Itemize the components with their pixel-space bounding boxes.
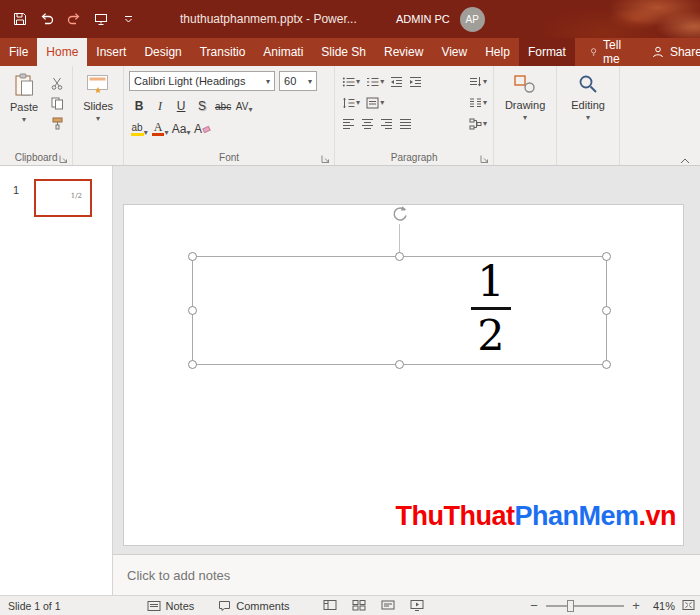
line-spacing-button[interactable]: ▾: [341, 96, 361, 110]
font-name-combo[interactable]: Calibri Light (Headings ▾: [129, 71, 275, 91]
decrease-indent-button[interactable]: [389, 75, 404, 89]
share-button[interactable]: Share: [637, 38, 700, 66]
tab-home[interactable]: Home: [37, 38, 87, 66]
start-from-beginning-button[interactable]: [93, 11, 109, 27]
zoom-slider-thumb[interactable]: [567, 600, 574, 612]
title-bar: thuthuatphanmem.pptx - Power... ADMIN PC…: [0, 0, 700, 38]
align-left-button[interactable]: [341, 117, 356, 131]
numbered-list-icon: [366, 76, 379, 88]
customize-quick-access-button[interactable]: [120, 11, 136, 27]
eraser-icon: [202, 126, 210, 133]
notes-toggle-label: Notes: [166, 600, 195, 612]
powerpoint-window: thuthuatphanmem.pptx - Power... ADMIN PC…: [0, 0, 700, 615]
cut-button[interactable]: [48, 76, 66, 90]
tab-design[interactable]: Design: [135, 38, 190, 66]
user-name: ADMIN PC: [396, 13, 450, 25]
tab-slideshow[interactable]: Slide Sh: [312, 38, 375, 66]
rotation-handle[interactable]: [390, 204, 410, 224]
editing-button[interactable]: Editing ▾: [560, 69, 616, 147]
bold-button[interactable]: B: [129, 96, 149, 114]
repeat-button[interactable]: [66, 11, 82, 27]
text-shadow-button[interactable]: S: [192, 96, 212, 114]
resize-handle-se[interactable]: [602, 360, 611, 369]
resize-handle-w[interactable]: [188, 306, 197, 315]
collapse-ribbon-button[interactable]: [679, 151, 693, 161]
format-painter-button[interactable]: [48, 116, 66, 130]
chevron-down-icon: ▾: [186, 129, 190, 136]
tab-format[interactable]: Format: [519, 38, 575, 66]
tab-animations[interactable]: Animati: [254, 38, 312, 66]
justify-button[interactable]: [398, 117, 413, 131]
group-slides: Slides ▾: [73, 66, 124, 165]
bullets-button[interactable]: ▾: [341, 75, 361, 89]
paste-button[interactable]: Paste ▾: [3, 69, 45, 147]
character-spacing-button[interactable]: AV ▾: [234, 96, 254, 114]
align-right-button[interactable]: [379, 117, 394, 131]
drawing-label: Drawing: [505, 99, 545, 111]
normal-view-button[interactable]: [323, 599, 337, 613]
font-color-button[interactable]: A ▾: [150, 119, 170, 137]
tab-insert[interactable]: Insert: [87, 38, 135, 66]
text-direction-button[interactable]: ▾: [468, 75, 488, 89]
undo-button[interactable]: [39, 11, 55, 27]
tab-file[interactable]: File: [0, 38, 37, 66]
change-case-button[interactable]: Aa ▾: [171, 119, 191, 137]
tab-help[interactable]: Help: [476, 38, 519, 66]
avatar[interactable]: AP: [460, 7, 485, 32]
font-dialog-launcher[interactable]: [320, 151, 331, 162]
slideshow-view-button[interactable]: [410, 599, 424, 613]
titlebar-decoration: [485, 0, 700, 38]
resize-handle-ne[interactable]: [602, 252, 611, 261]
chevron-down-icon: ▾: [305, 77, 312, 86]
reading-view-button[interactable]: [381, 599, 395, 613]
notes-toggle-button[interactable]: Notes: [147, 600, 195, 612]
strikethrough-button[interactable]: abc: [213, 96, 233, 114]
zoom-slider[interactable]: [546, 605, 624, 607]
zoom-percent[interactable]: 41%: [648, 600, 675, 612]
columns-button[interactable]: ▾: [468, 96, 488, 110]
zoom-out-button[interactable]: −: [529, 601, 539, 611]
resize-handle-e[interactable]: [602, 306, 611, 315]
resize-handle-nw[interactable]: [188, 252, 197, 261]
convert-to-smartart-button[interactable]: ▾: [468, 117, 488, 131]
slide-sorter-view-button[interactable]: [352, 599, 366, 613]
chevron-down-icon: ▾: [380, 78, 384, 85]
watermark: ThuThuatPhanMem.vn: [395, 501, 676, 532]
clear-formatting-button[interactable]: A: [192, 119, 212, 137]
tab-view[interactable]: View: [432, 38, 476, 66]
increase-indent-button[interactable]: [408, 75, 423, 89]
rotation-connector-line: [399, 224, 400, 253]
new-slide-button[interactable]: Slides ▾: [76, 69, 120, 147]
slide-thumbnail[interactable]: 1/2: [34, 179, 92, 217]
numbering-button[interactable]: ▾: [365, 75, 385, 89]
slide-editor[interactable]: 1 2 ThuThuatPhanMem.vn: [113, 166, 700, 554]
clipboard-dialog-launcher[interactable]: [58, 151, 69, 162]
save-button[interactable]: [12, 11, 28, 27]
resize-handle-sw[interactable]: [188, 360, 197, 369]
drawing-icon: [513, 73, 537, 96]
tab-transitions[interactable]: Transitio: [191, 38, 255, 66]
new-slide-icon: [85, 73, 111, 97]
rotate-icon: [390, 204, 410, 224]
font-size-combo[interactable]: 60 ▾: [279, 71, 317, 91]
font-size-value: 60: [284, 75, 296, 87]
tell-me-button[interactable]: Tell me: [579, 38, 637, 66]
paragraph-dialog-launcher[interactable]: [479, 151, 490, 162]
copy-button[interactable]: [48, 96, 66, 110]
comments-toggle-button[interactable]: Comments: [218, 600, 289, 612]
zoom-in-button[interactable]: +: [631, 601, 641, 611]
notes-pane[interactable]: Click to add notes: [113, 554, 700, 595]
selected-text-box[interactable]: 1 2: [192, 256, 607, 365]
resize-handle-s[interactable]: [395, 360, 404, 369]
highlight-color-button[interactable]: ab ▾: [129, 119, 149, 137]
align-center-button[interactable]: [360, 117, 375, 131]
resize-handle-n[interactable]: [395, 252, 404, 261]
underline-button[interactable]: U: [171, 96, 191, 114]
tab-review[interactable]: Review: [375, 38, 432, 66]
slide-canvas[interactable]: 1 2 ThuThuatPhanMem.vn: [123, 204, 684, 546]
fit-slide-button[interactable]: [682, 599, 695, 613]
clipboard-group-label: Clipboard: [15, 152, 58, 163]
italic-button[interactable]: I: [150, 96, 170, 114]
drawing-button[interactable]: Drawing ▾: [497, 69, 553, 147]
align-text-button[interactable]: ▾: [365, 96, 385, 110]
